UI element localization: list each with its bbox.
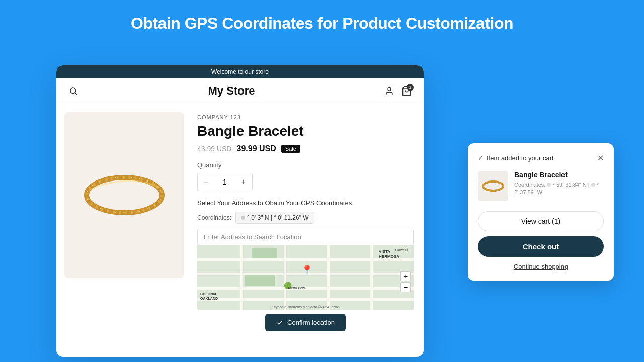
product-image-area [56, 104, 192, 350]
coordinates-label: Coordinates: [197, 214, 231, 221]
store-topbar: Welcome to our store [56, 65, 424, 78]
map-block [245, 275, 275, 286]
zoom-out-button[interactable]: − [400, 282, 411, 292]
search-icon[interactable] [68, 86, 78, 96]
page-title: Obtain GPS Coordinates for Product Custo… [0, 0, 644, 43]
map-block [252, 248, 278, 258]
cart-item-name: Bangle Bracelet [514, 171, 604, 179]
map-road [327, 245, 330, 310]
zoom-in-button[interactable]: + [400, 271, 411, 281]
map-label-colonia: COLONIAOAKLAND [200, 292, 218, 301]
map-road [197, 298, 414, 301]
close-popup-button[interactable]: ✕ [597, 153, 604, 163]
cart-badge: 1 [407, 84, 414, 91]
svg-point-2 [388, 87, 391, 90]
continue-label: Continue shopping [514, 263, 568, 270]
cart-added-text: ✓ Item added to your cart [478, 154, 554, 162]
location-pin: 📍 [301, 264, 313, 277]
coord-text: ° 0' 3" N | ° 0' 11.26" W [247, 214, 309, 221]
nav-right: 1 [384, 86, 412, 96]
sale-price: 39.99 USD [236, 144, 276, 153]
checkout-button[interactable]: Check out [478, 236, 604, 257]
sale-badge: Sale [281, 145, 300, 153]
confirm-btn-label: Confirm location [287, 319, 335, 326]
cart-coords-prefix: Coordinates: [514, 182, 545, 188]
product-name: Bangle Bracelet [197, 123, 414, 139]
map-background: VISTAHERMOSA Plaza N... COLONIAOAKLAND 🟢… [197, 245, 414, 310]
store-name: My Store [208, 84, 255, 98]
quantity-label: Quantity [197, 161, 414, 169]
checkout-label: Check out [523, 242, 559, 251]
cart-icon[interactable]: 1 [401, 86, 412, 96]
check-icon: ✓ [478, 154, 484, 162]
continue-shopping-link[interactable]: Continue shopping [478, 263, 604, 270]
map-road [370, 245, 373, 310]
coordinates-value: ° 0' 3" N | ° 0' 11.26" W [235, 212, 314, 224]
svg-point-4 [87, 177, 162, 213]
cart-item: Bangle Bracelet Coordinates: ° 59' 31.84… [478, 171, 604, 201]
map-road [240, 245, 243, 310]
quantity-increase-button[interactable]: + [235, 173, 252, 191]
quantity-stepper: − 1 + [197, 173, 253, 191]
confirm-location-button[interactable]: Confirm location [265, 314, 346, 331]
coord-dot-2 [591, 183, 595, 187]
store-content: COMPANY 123 Bangle Bracelet 43.99 USD 39… [56, 104, 424, 350]
address-search-input[interactable]: Enter Address to Search Location [197, 229, 414, 245]
store-window: Welcome to our store My Store [56, 65, 424, 357]
gps-section-label: Select Your Address to Obatin Your GPS C… [197, 199, 414, 207]
cart-popup-header: ✓ Item added to your cart ✕ [478, 153, 604, 163]
coord-dot [547, 183, 551, 187]
nav-left [68, 86, 78, 96]
cart-coords-n: ° 59' 31.84" N | [553, 182, 590, 188]
price-row: 43.99 USD 39.99 USD Sale [197, 144, 414, 153]
quantity-value: 1 [215, 178, 235, 186]
cart-popup: ✓ Item added to your cart ✕ Bangle Brace… [468, 143, 614, 281]
cart-item-image [478, 171, 508, 201]
added-text: Item added to your cart [487, 154, 554, 162]
svg-point-0 [70, 88, 76, 94]
product-image [64, 112, 184, 278]
map-area: VISTAHERMOSA Plaza N... COLONIAOAKLAND 🟢… [197, 245, 414, 310]
bangle-svg [74, 165, 175, 225]
map-road [284, 245, 286, 310]
cart-item-details: Bangle Bracelet Coordinates: ° 59' 31.84… [514, 171, 604, 197]
zoom-controls: + − [400, 271, 411, 292]
svg-line-1 [75, 93, 77, 95]
original-price: 43.99 USD [197, 145, 231, 153]
coordinates-row: Coordinates: ° 0' 3" N | ° 0' 11.26" W [197, 212, 414, 224]
map-label-plaza: Plaza N... [395, 248, 411, 252]
product-details: COMPANY 123 Bangle Bracelet 43.99 USD 39… [192, 104, 424, 350]
topbar-text: Welcome to our store [211, 68, 269, 75]
view-cart-label: View cart (1) [521, 217, 560, 225]
cart-item-bangle [480, 178, 506, 194]
address-placeholder: Enter Address to Search Location [204, 233, 301, 241]
cart-item-coords: Coordinates: ° 59' 31.84" N | ° 2' 37.59… [514, 181, 604, 197]
metro-bowl-label: Metro Bowl [288, 286, 306, 290]
company-label: COMPANY 123 [197, 114, 414, 120]
user-icon[interactable] [384, 86, 394, 96]
map-credits: Keyboard shortcuts Map data ©2024 Terms [272, 305, 340, 309]
store-nav: My Store 1 [56, 78, 424, 104]
coord-dot-1 [241, 216, 245, 220]
quantity-decrease-button[interactable]: − [198, 173, 215, 191]
view-cart-button[interactable]: View cart (1) [478, 211, 604, 231]
